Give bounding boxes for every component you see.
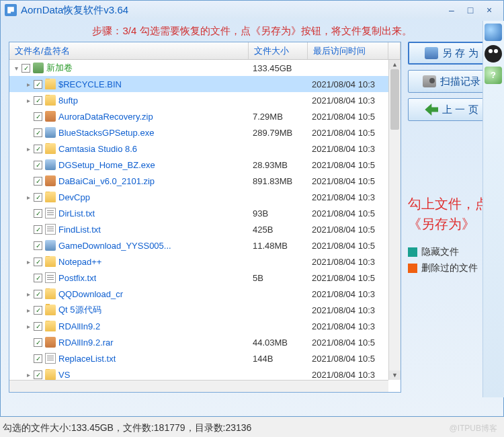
file-time: 2021/08/04 10:3 <box>308 144 401 154</box>
file-name: FindList.txt <box>58 225 101 235</box>
table-row[interactable]: ✓AuroraDataRecovery.zip7.29MB2021/08/04 … <box>9 108 401 124</box>
table-row[interactable]: ▸✓8uftp2021/08/04 10:3 <box>9 92 401 108</box>
table-row[interactable]: ▸✓$RECYCLE.BIN2021/08/04 10:3 <box>9 76 401 92</box>
expander-icon <box>24 225 32 233</box>
legend-hidden-swatch <box>408 247 417 257</box>
file-name: DaBaiCai_v6.0_2101.zip <box>58 176 155 186</box>
table-row[interactable]: ✓RDAllIn9.2.rar44.03MB2021/08/04 10:5 <box>9 334 401 350</box>
expander-icon[interactable]: ▸ <box>24 322 32 330</box>
file-size: 7.29MB <box>249 112 308 122</box>
zip-icon <box>45 337 56 348</box>
column-header-name[interactable]: 文件名/盘符名 <box>9 42 249 59</box>
status-bar: 勾选的文件大小:133.45GB，文件数:181779，目录数:23136 <box>3 422 251 434</box>
file-name: 新加卷 <box>46 62 73 74</box>
checkbox[interactable]: ✓ <box>34 209 42 218</box>
qq-icon[interactable] <box>485 45 502 63</box>
checkbox[interactable]: ✓ <box>34 274 42 282</box>
expander-icon <box>24 338 32 346</box>
txt-icon <box>45 224 56 235</box>
checkbox[interactable]: ✓ <box>34 145 42 153</box>
scroll-up-arrow[interactable]: ▲ <box>389 60 401 69</box>
expander-icon[interactable]: ▾ <box>12 64 20 72</box>
checkbox[interactable]: ✓ <box>34 161 42 169</box>
table-row[interactable]: ✓DirList.txt93B2021/08/04 10:5 <box>9 205 401 221</box>
table-row[interactable]: ▸✓RDAllIn9.22021/08/04 10:3 <box>9 318 401 334</box>
table-row[interactable]: ✓Postfix.txt5B2021/08/04 10:5 <box>9 270 401 286</box>
file-rows: ▾✓新加卷133.45GB▸✓$RECYCLE.BIN2021/08/04 10… <box>9 60 401 392</box>
checkbox[interactable]: ✓ <box>34 96 42 105</box>
checkbox[interactable]: ✓ <box>34 370 42 379</box>
expander-icon[interactable]: ▸ <box>24 96 32 104</box>
table-row[interactable]: ▸✓Camtasia Studio 8.62021/08/04 10:3 <box>9 141 401 157</box>
table-row[interactable]: ▾✓新加卷133.45GB <box>9 60 401 76</box>
maximize-button[interactable]: □ <box>466 5 475 15</box>
help-icon[interactable] <box>485 67 502 84</box>
scroll-thumb[interactable] <box>390 69 399 130</box>
window-title: AornData恢复软件v3.64 <box>21 4 447 17</box>
file-list-pane: 文件名/盘符名 文件大小 最后访问时间 ▾✓新加卷133.45GB▸✓$RECY… <box>9 42 401 393</box>
globe-icon[interactable] <box>485 24 502 41</box>
table-row[interactable]: ▸✓QQDownload_cr2021/08/04 10:3 <box>9 286 401 302</box>
expander-icon[interactable]: ▸ <box>24 257 32 266</box>
expander-icon[interactable]: ▸ <box>24 290 32 298</box>
table-row[interactable]: ✓ReplaceList.txt144B2021/08/04 10:5 <box>9 350 401 366</box>
watermark: @ITPUB博客 <box>449 423 497 434</box>
close-button[interactable]: × <box>485 5 494 15</box>
table-row[interactable]: ▸✓DevCpp2021/08/04 10:3 <box>9 189 401 205</box>
file-time: 2021/08/04 10:5 <box>308 241 401 251</box>
checkbox[interactable]: ✓ <box>34 290 42 299</box>
back-arrow-icon <box>425 104 438 116</box>
file-name: Notepad++ <box>58 257 101 267</box>
file-name: Qt 5源代码 <box>58 304 101 316</box>
file-name: DGSetup_Home_BZ.exe <box>58 160 155 170</box>
instruction-text: 步骤：3/4 勾选需要恢复的文件，点《另存为》按钮，将文件复制出来。 <box>1 19 503 42</box>
checkbox[interactable]: ✓ <box>34 322 42 331</box>
checkbox[interactable]: ✓ <box>34 338 42 347</box>
file-size: 144B <box>249 354 308 364</box>
file-size: 11.48MB <box>249 241 308 251</box>
checkbox[interactable]: ✓ <box>34 193 42 202</box>
file-time: 2021/08/04 10:5 <box>308 176 401 186</box>
folder-icon <box>45 95 56 106</box>
table-row[interactable]: ✓BlueStacksGPSetup.exe289.79MB2021/08/04… <box>9 124 401 141</box>
txt-icon <box>45 272 56 283</box>
file-time: 2021/08/04 10:5 <box>308 354 401 364</box>
checkbox[interactable]: ✓ <box>34 241 42 250</box>
checkbox[interactable]: ✓ <box>34 225 42 234</box>
checkbox[interactable]: ✓ <box>34 177 42 186</box>
expander-icon[interactable]: ▸ <box>24 370 32 379</box>
folder-icon <box>45 321 56 331</box>
file-time: 2021/08/04 10:3 <box>308 289 401 299</box>
checkbox[interactable]: ✓ <box>34 306 42 315</box>
expander-icon[interactable]: ▸ <box>24 193 32 201</box>
file-time: 2021/08/04 10:5 <box>308 225 401 235</box>
file-name: VS <box>58 370 70 380</box>
column-header-time[interactable]: 最后访问时间 <box>308 42 388 59</box>
expander-icon[interactable]: ▸ <box>24 306 32 314</box>
table-row[interactable]: ✓DGSetup_Home_BZ.exe28.93MB2021/08/04 10… <box>9 157 401 173</box>
file-name: AuroraDataRecovery.zip <box>58 112 153 122</box>
titlebar: AornData恢复软件v3.64 – □ × <box>1 1 503 19</box>
checkbox[interactable]: ✓ <box>22 64 30 73</box>
checkbox[interactable]: ✓ <box>34 257 42 266</box>
table-row[interactable]: ✓GameDownload_YYSS005...11.48MB2021/08/0… <box>9 237 401 253</box>
checkbox[interactable]: ✓ <box>34 354 42 363</box>
expander-icon[interactable]: ▸ <box>24 80 32 88</box>
table-row[interactable]: ▸✓Notepad++2021/08/04 10:3 <box>9 253 401 270</box>
column-header-size[interactable]: 文件大小 <box>249 42 308 59</box>
horizontal-scrollbar[interactable] <box>9 380 388 392</box>
minimize-button[interactable]: – <box>447 5 456 15</box>
file-time: 2021/08/04 10:3 <box>308 79 401 89</box>
vertical-scrollbar[interactable]: ▲ ▼ <box>388 60 401 380</box>
table-row[interactable]: ▸✓Qt 5源代码2021/08/04 10:3 <box>9 302 401 318</box>
table-row[interactable]: ✓FindList.txt425B2021/08/04 10:5 <box>9 221 401 237</box>
checkbox[interactable]: ✓ <box>34 128 42 137</box>
checkbox[interactable]: ✓ <box>34 80 42 89</box>
file-size: 133.45GB <box>249 63 308 73</box>
expander-icon[interactable]: ▸ <box>24 145 32 153</box>
table-row[interactable]: ✓DaBaiCai_v6.0_2101.zip891.83MB2021/08/0… <box>9 173 401 189</box>
checkbox[interactable]: ✓ <box>34 112 42 121</box>
file-time: 2021/08/04 10:3 <box>308 95 401 106</box>
scroll-down-arrow[interactable]: ▼ <box>389 370 401 380</box>
txt-icon <box>45 353 56 364</box>
